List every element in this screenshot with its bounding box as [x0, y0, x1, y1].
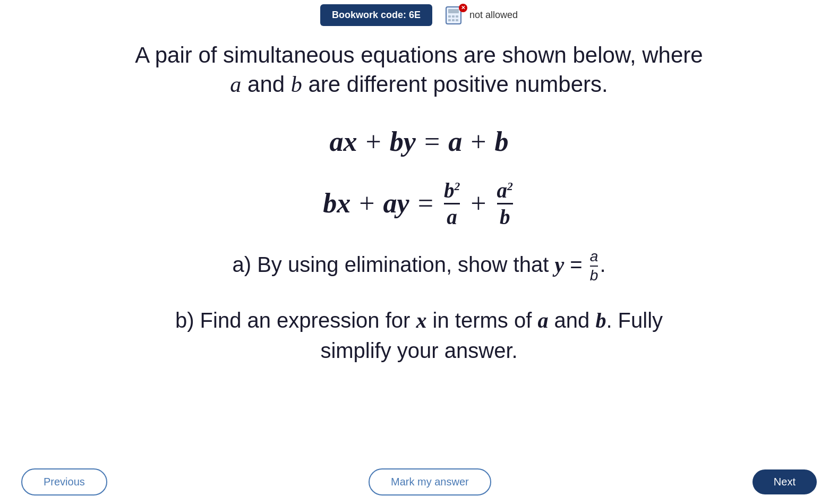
bottom-buttons: Previous Mark my answer Next [0, 460, 838, 504]
previous-button[interactable]: Previous [21, 468, 107, 496]
eq2-frac1: b2 a [444, 180, 460, 227]
eq1-plus2: + [471, 125, 486, 158]
next-button[interactable]: Next [753, 469, 817, 494]
part-a-fraction: ab [590, 249, 598, 285]
eq2-plus1: + [359, 187, 374, 220]
part-b-b: b [595, 309, 606, 332]
eq1-term2: by [390, 125, 416, 158]
eq2-plus2: + [471, 187, 486, 220]
svg-rect-2 [448, 15, 451, 18]
part-b: b) Find an expression for x in terms of … [90, 305, 748, 365]
equation-1: ax + by = a + b [90, 125, 748, 158]
part-b-x: x [416, 309, 426, 332]
eq2-term2: ay [383, 187, 409, 220]
eq2-frac1-num: b2 [444, 180, 460, 204]
calculator-not-allowed-text: not allowed [469, 10, 518, 21]
bookwork-label: Bookwork code: 6E [332, 10, 421, 20]
equation-2: bx + ay = b2 a + a2 b [90, 180, 748, 227]
svg-rect-6 [452, 19, 455, 21]
svg-rect-1 [448, 9, 459, 13]
eq2-term1: bx [323, 187, 350, 220]
svg-rect-7 [456, 19, 458, 21]
svg-rect-5 [448, 19, 451, 21]
calculator-status-container: ✕ not allowed [445, 6, 518, 25]
mark-answer-button[interactable]: Mark my answer [369, 468, 491, 496]
bookwork-badge: Bookwork code: 6E [320, 4, 432, 26]
eq2-frac2-num: a2 [497, 180, 513, 204]
eq1-plus1: + [365, 125, 381, 158]
svg-rect-4 [456, 15, 458, 18]
eq2-equals: = [418, 187, 433, 220]
part-b-a: a [537, 309, 548, 332]
eq1-rhs1: a [448, 125, 462, 158]
eq1-equals: = [424, 125, 440, 158]
part-a: a) By using elimination, show that y = a… [90, 249, 748, 285]
not-allowed-icon: ✕ [459, 4, 467, 12]
main-content: A pair of simultaneous equations are sho… [47, 30, 791, 403]
part-a-y: y [554, 253, 564, 277]
svg-rect-3 [452, 15, 455, 18]
intro-paragraph: A pair of simultaneous equations are sho… [90, 41, 748, 99]
top-bar: Bookwork code: 6E ✕ not allowed [0, 0, 838, 30]
eq2-frac2-den: b [500, 204, 510, 227]
eq2-frac2: a2 b [497, 180, 513, 227]
eq1-rhs2: b [495, 125, 509, 158]
eq2-frac1-den: a [447, 204, 457, 227]
eq1-term1: ax [329, 125, 357, 158]
calculator-icon: ✕ [445, 6, 465, 25]
